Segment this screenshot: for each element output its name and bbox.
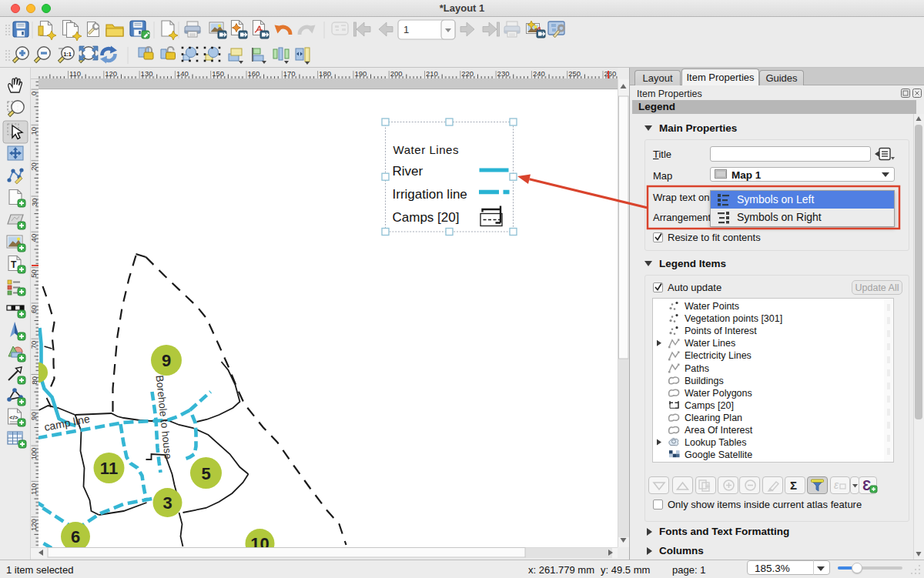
svg-text:Water Points: Water Points bbox=[685, 301, 739, 312]
svg-text:Irrigation line: Irrigation line bbox=[393, 187, 467, 202]
svg-text:5: 5 bbox=[201, 464, 210, 483]
svg-text:110: 110 bbox=[69, 69, 81, 78]
svg-text:Camps [20]: Camps [20] bbox=[685, 400, 734, 411]
svg-text:Water Lines: Water Lines bbox=[393, 143, 460, 156]
svg-text:Google Satellite: Google Satellite bbox=[685, 449, 752, 460]
svg-text:0: 0 bbox=[31, 92, 38, 95]
svg-text:90: 90 bbox=[31, 412, 38, 420]
svg-text:Lookup Tables: Lookup Tables bbox=[685, 437, 746, 448]
svg-text:Water Lines: Water Lines bbox=[685, 338, 735, 349]
svg-text:180: 180 bbox=[319, 69, 331, 78]
svg-text:130: 130 bbox=[141, 69, 153, 78]
svg-text:100: 100 bbox=[31, 448, 38, 460]
svg-text:Paths: Paths bbox=[685, 363, 709, 374]
svg-text:120: 120 bbox=[31, 519, 38, 531]
svg-text:80: 80 bbox=[31, 376, 38, 385]
svg-text:11: 11 bbox=[100, 459, 118, 478]
svg-text:River: River bbox=[393, 164, 424, 179]
svg-text:9: 9 bbox=[162, 351, 171, 370]
svg-text:Buildings: Buildings bbox=[685, 376, 724, 386]
svg-text:70: 70 bbox=[31, 341, 38, 349]
svg-text:210: 210 bbox=[426, 69, 438, 78]
svg-text:50: 50 bbox=[31, 269, 38, 278]
svg-text:30: 30 bbox=[31, 199, 38, 207]
svg-text:6: 6 bbox=[71, 527, 80, 546]
svg-text:120: 120 bbox=[105, 69, 117, 78]
svg-text:10: 10 bbox=[250, 534, 269, 547]
svg-text:200: 200 bbox=[390, 69, 403, 78]
svg-text:260: 260 bbox=[604, 69, 617, 78]
svg-text:160: 160 bbox=[248, 69, 260, 78]
svg-text:3: 3 bbox=[162, 493, 172, 513]
svg-text:20: 20 bbox=[31, 162, 38, 171]
svg-text:T: T bbox=[11, 259, 17, 270]
svg-text:190: 190 bbox=[354, 69, 367, 78]
svg-text:Camps [20]: Camps [20] bbox=[393, 210, 460, 225]
svg-text:1: 1 bbox=[403, 24, 409, 35]
svg-text:Area Of Interest: Area Of Interest bbox=[685, 425, 753, 436]
svg-text:40: 40 bbox=[31, 234, 38, 242]
svg-text:250: 250 bbox=[568, 69, 581, 78]
svg-text:220: 220 bbox=[461, 69, 474, 78]
svg-text:150: 150 bbox=[212, 69, 224, 78]
svg-text:60: 60 bbox=[31, 305, 38, 313]
svg-text:110: 110 bbox=[31, 483, 38, 495]
svg-text:230: 230 bbox=[497, 69, 510, 78]
svg-text:10: 10 bbox=[31, 127, 38, 135]
svg-text:Clearing Plan: Clearing Plan bbox=[685, 413, 742, 423]
svg-text:170: 170 bbox=[283, 69, 296, 78]
svg-text:</>: </> bbox=[9, 414, 18, 421]
svg-text:Points of Interest: Points of Interest bbox=[685, 326, 757, 336]
svg-text:Electricity Lines: Electricity Lines bbox=[685, 350, 752, 361]
svg-text:Σ: Σ bbox=[790, 479, 797, 492]
svg-text:140: 140 bbox=[176, 69, 189, 78]
svg-text:240: 240 bbox=[533, 69, 545, 78]
svg-text:1:1: 1:1 bbox=[63, 51, 72, 58]
svg-text:Vegetation points [301]: Vegetation points [301] bbox=[685, 313, 782, 324]
svg-text:ε: ε bbox=[834, 479, 839, 491]
svg-text:Water Polygons: Water Polygons bbox=[685, 388, 752, 399]
